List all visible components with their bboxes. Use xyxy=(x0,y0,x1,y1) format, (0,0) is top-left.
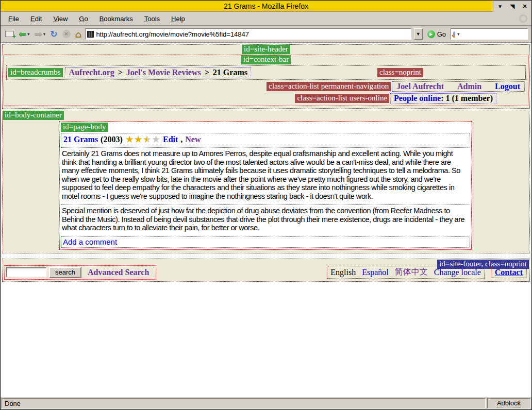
search-icon xyxy=(453,31,455,37)
url-text[interactable]: http://aufrecht.org/movie/movie?movie%5f… xyxy=(96,30,409,38)
stop-button[interactable]: ✕ xyxy=(61,29,72,39)
movie-title-link[interactable]: 21 Grams xyxy=(63,135,98,144)
star-icon xyxy=(134,133,143,145)
new-link[interactable]: New xyxy=(185,135,201,144)
star-empty-icon xyxy=(152,133,160,145)
context-bar-label: id=context-bar xyxy=(241,55,291,64)
search-engine-dropdown-icon[interactable]: ▾ xyxy=(457,31,460,37)
toolbar-search-box[interactable]: ▾ xyxy=(451,28,528,40)
people-online-count: : 1 (1 member) xyxy=(441,94,493,102)
address-bar[interactable]: http://aufrecht.org/movie/movie?movie%5f… xyxy=(85,28,411,40)
breadcrumb-link-reviews[interactable]: Joel's Movie Reviews xyxy=(126,68,201,77)
contact-link[interactable]: Contact xyxy=(495,268,523,277)
review-paragraph: Certainly 21 Grams does not measure up t… xyxy=(61,147,470,203)
users-online-row: class=action-list users-online People on… xyxy=(7,93,525,104)
reload-button[interactable]: ↻ xyxy=(49,28,58,40)
breadcrumb-current: 21 Grams xyxy=(213,68,247,77)
menu-go[interactable]: Go xyxy=(74,13,92,24)
permanent-navigation-row: class=action-list permanent-navigation J… xyxy=(7,81,525,92)
user-link[interactable]: Joel Aufrecht xyxy=(396,82,444,91)
footer-row: search Advanced Search English Español 简… xyxy=(4,265,528,280)
new-window-icon xyxy=(5,31,14,37)
star-half-icon xyxy=(143,133,152,145)
breadcrumbs-label: id=breadcrumbs xyxy=(8,68,63,77)
navigation-toolbar: ⬅▾ ➡▾ ↻ ✕ ⌂ http://aufrecht.org/movie/mo… xyxy=(1,26,531,43)
stop-icon: ✕ xyxy=(62,30,71,38)
body-container: id=body-container id=page-body 21 Grams … xyxy=(2,110,530,253)
window-title: 21 Grams - Mozilla Firefox xyxy=(1,2,531,10)
permanent-navigation-links: Joel Aufrecht Admin Logout xyxy=(392,81,525,92)
back-button[interactable]: ⬅▾ xyxy=(18,29,31,39)
menu-edit[interactable]: Edit xyxy=(26,13,46,24)
page-viewport: id=site-header id=context-bar id=breadcr… xyxy=(1,43,531,397)
locale-list: English Español 简体中文 Change locale xyxy=(327,266,485,279)
footer-search-input[interactable] xyxy=(6,267,46,277)
body-container-label: id=body-container xyxy=(3,111,64,120)
maximize-icon[interactable]: ◥ xyxy=(508,2,517,11)
forward-arrow-icon: ➡ xyxy=(35,29,42,39)
new-window-button[interactable] xyxy=(4,30,15,38)
home-icon: ⌂ xyxy=(75,29,82,40)
logout-link[interactable]: Logout xyxy=(495,82,520,91)
breadcrumb-separator: > xyxy=(118,68,123,77)
breadcrumb-row: id=breadcrumbs Aufrecht.org > Joel's Mov… xyxy=(6,65,526,80)
adblock-label: Adblock xyxy=(497,399,521,407)
movie-heading: 21 Grams (2003) Edit, New xyxy=(61,133,470,146)
people-online-link[interactable]: People online xyxy=(394,94,441,102)
edit-link[interactable]: Edit xyxy=(163,135,178,144)
page-body: id=page-body 21 Grams (2003) Edit, New C… xyxy=(59,121,472,250)
home-button[interactable]: ⌂ xyxy=(74,28,83,40)
context-bar: id=context-bar id=breadcrumbs Aufrecht.o… xyxy=(4,55,528,106)
star-icon xyxy=(125,133,134,145)
menu-view[interactable]: View xyxy=(48,13,72,24)
forward-dropdown-icon[interactable]: ▾ xyxy=(43,31,46,37)
adblock-button[interactable]: Adblock xyxy=(487,398,530,408)
site-favicon xyxy=(87,31,94,38)
go-icon: ▶ xyxy=(427,30,435,38)
go-button[interactable]: ▶ Go xyxy=(425,30,448,38)
advanced-search-link[interactable]: Advanced Search xyxy=(88,268,149,277)
window-controls: ▾ ◥ ✕ xyxy=(493,1,531,12)
menu-bookmarks[interactable]: Bookmarks xyxy=(95,13,138,24)
footer-search-form: search Advanced Search xyxy=(4,265,156,280)
browser-window: 21 Grams - Mozilla Firefox ▾ ◥ ✕ File Ed… xyxy=(0,0,532,410)
admin-link[interactable]: Admin xyxy=(457,82,481,91)
status-text: Done xyxy=(2,398,486,408)
status-bar: Done Adblock xyxy=(1,397,531,409)
locale-link-zh[interactable]: 简体中文 xyxy=(395,267,428,278)
menu-help[interactable]: Help xyxy=(167,13,190,24)
close-icon[interactable]: ✕ xyxy=(520,2,529,11)
add-comment-link[interactable]: Add a comment xyxy=(63,237,117,246)
locale-link-es[interactable]: Español xyxy=(362,268,389,277)
site-footer: id=site-footer, class=noprint search Adv… xyxy=(2,259,530,282)
breadcrumb-link-home[interactable]: Aufrecht.org xyxy=(69,68,114,77)
menu-bar: File Edit View Go Bookmarks Tools Help xyxy=(1,12,531,26)
contact-box: Contact xyxy=(491,267,527,278)
url-history-dropdown[interactable]: ▼ xyxy=(414,28,423,40)
breadcrumb: Aufrecht.org > Joel's Movie Reviews > 21… xyxy=(65,67,251,78)
search-button[interactable]: search xyxy=(49,267,81,278)
minimize-icon[interactable]: ▾ xyxy=(495,2,505,11)
movie-year: (2003) xyxy=(101,135,123,144)
change-locale-link[interactable]: Change locale xyxy=(434,268,481,277)
menu-file[interactable]: File xyxy=(4,13,24,24)
review-paragraph: Special mention is deserved of just how … xyxy=(61,204,470,235)
menu-tools[interactable]: Tools xyxy=(140,13,164,24)
star-rating xyxy=(125,134,160,145)
users-online-box: People online: 1 (1 member) xyxy=(390,93,496,104)
throbber-icon xyxy=(519,14,527,23)
noprint-label: class=noprint xyxy=(377,68,423,77)
site-header-label: id=site-header xyxy=(242,45,290,54)
forward-button[interactable]: ➡▾ xyxy=(34,29,47,39)
comma-text: , xyxy=(180,135,182,144)
toolbar-search-input[interactable] xyxy=(461,30,532,38)
locale-current: English xyxy=(330,268,356,277)
go-label: Go xyxy=(437,30,446,38)
breadcrumb-separator: > xyxy=(205,68,209,77)
reload-icon: ↻ xyxy=(50,29,57,39)
add-comment-box: Add a comment xyxy=(61,236,470,248)
back-dropdown-icon[interactable]: ▾ xyxy=(27,31,30,37)
page-body-label: id=page-body xyxy=(61,123,108,132)
action-list2-label: class=action-list users-online xyxy=(295,94,389,103)
action-list1-label: class=action-list permanent-navigation xyxy=(267,82,391,91)
